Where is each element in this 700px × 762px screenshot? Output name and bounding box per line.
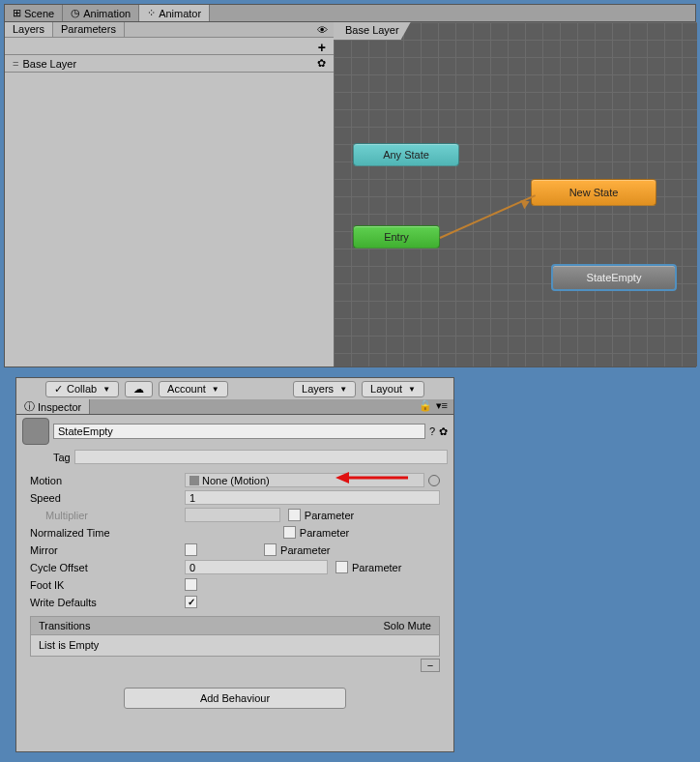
animator-panel: ⊞Scene ◷Animation ⁘Animator Layers Param… (4, 4, 696, 367)
transitions-header: Transitions Solo Mute (30, 616, 440, 635)
param-label: Parameter (352, 562, 401, 573)
cloud-button[interactable]: ☁ (125, 381, 153, 397)
breadcrumb[interactable]: Base Layer (334, 22, 411, 40)
eye-icon[interactable]: 👁 (317, 24, 328, 36)
node-entry[interactable]: Entry (353, 225, 440, 249)
add-layer-button[interactable]: + (318, 40, 326, 55)
param-label: Parameter (305, 510, 354, 521)
mirror-param-checkbox[interactable] (264, 543, 277, 556)
node-state-empty[interactable]: StateEmpty (551, 264, 677, 291)
tag-row: Tag (16, 448, 453, 466)
mirror-label: Mirror (30, 544, 185, 556)
add-layer-row: + (5, 38, 334, 55)
info-icon: ⓘ (24, 399, 35, 414)
lock-icon[interactable]: 🔒 (419, 399, 432, 412)
chevron-down-icon: ▼ (339, 385, 347, 394)
layers-button[interactable]: Layers▼ (293, 381, 356, 397)
object-picker-button[interactable] (428, 475, 440, 486)
account-button[interactable]: Account▼ (159, 381, 228, 397)
mirror-checkbox[interactable] (185, 543, 197, 556)
speed-label: Speed (30, 492, 185, 504)
multiplier-field (185, 508, 280, 522)
properties: Motion None (Motion) Speed Multiplier Pa… (16, 466, 453, 730)
help-icon[interactable]: ? (429, 425, 435, 437)
normalized-time-param-checkbox[interactable] (283, 526, 296, 539)
menu-icon[interactable]: ▾≡ (436, 399, 448, 412)
write-defaults-checkbox[interactable] (185, 596, 197, 608)
cycle-offset-field[interactable] (185, 560, 328, 574)
check-icon: ✓ (54, 383, 63, 396)
subtab-parameters[interactable]: Parameters (53, 22, 125, 37)
cycle-offset-label: Cycle Offset (30, 562, 185, 573)
chevron-down-icon: ▼ (212, 385, 219, 394)
cloud-icon: ☁ (133, 383, 144, 396)
multiplier-param-checkbox[interactable] (288, 509, 301, 521)
normalized-time-label: Normalized Time (30, 527, 185, 539)
animator-icon: ⁘ (147, 7, 156, 19)
motion-label: Motion (30, 475, 185, 486)
param-label: Parameter (300, 527, 349, 539)
layers-subtabs: Layers Parameters 👁 (5, 22, 334, 38)
grid-icon: ⊞ (13, 7, 21, 19)
node-new-state[interactable]: New State (531, 179, 656, 206)
inspector-panel: ✓Collab▼ ☁ Account▼ Layers▼ Layout▼ ⓘIns… (15, 377, 454, 752)
state-icon (22, 418, 49, 445)
gear-icon[interactable]: ✿ (317, 57, 326, 70)
chevron-down-icon: ▼ (408, 385, 416, 394)
param-label: Parameter (280, 544, 330, 556)
gear-icon[interactable]: ✿ (439, 425, 448, 438)
drag-handle-icon[interactable]: = (13, 58, 18, 70)
foot-ik-label: Foot IK (30, 579, 185, 591)
remove-transition-button[interactable]: − (421, 659, 440, 672)
animator-graph[interactable]: Base Layer Any State New State Entry Sta… (334, 22, 697, 366)
object-icon (190, 476, 199, 485)
chevron-down-icon: ▼ (102, 385, 110, 394)
state-name-field[interactable] (53, 424, 425, 439)
tab-animation[interactable]: ◷Animation (63, 5, 139, 21)
subtab-layers[interactable]: Layers (5, 22, 53, 37)
tag-field[interactable] (74, 450, 448, 464)
transitions-empty-text: List is Empty (39, 639, 99, 651)
transitions-list: List is Empty (30, 635, 440, 657)
main-tabs: ⊞Scene ◷Animation ⁘Animator (5, 5, 695, 22)
layout-button[interactable]: Layout▼ (362, 381, 424, 397)
motion-field[interactable]: None (Motion) (185, 473, 424, 487)
tag-label: Tag (53, 452, 71, 463)
clock-icon: ◷ (71, 7, 80, 19)
toolbar: ✓Collab▼ ☁ Account▼ Layers▼ Layout▼ (16, 378, 453, 399)
inspector-tabs: ⓘInspector 🔒 ▾≡ (16, 399, 453, 415)
layers-panel: Layers Parameters 👁 + =Base Layer ✿ (5, 22, 334, 366)
write-defaults-label: Write Defaults (30, 597, 185, 608)
inspector-header: ? ✿ (16, 415, 453, 448)
node-any-state[interactable]: Any State (353, 143, 459, 166)
tab-scene[interactable]: ⊞Scene (5, 5, 63, 21)
foot-ik-checkbox[interactable] (185, 578, 197, 591)
tab-animator[interactable]: ⁘Animator (139, 5, 210, 21)
speed-field[interactable] (185, 490, 440, 505)
multiplier-label: Multiplier (30, 510, 185, 521)
tab-inspector[interactable]: ⓘInspector (16, 399, 90, 414)
cycle-offset-param-checkbox[interactable] (335, 561, 348, 573)
add-behaviour-button[interactable]: Add Behaviour (124, 688, 346, 709)
layer-item-base[interactable]: =Base Layer ✿ (5, 55, 334, 73)
collab-button[interactable]: ✓Collab▼ (45, 381, 119, 397)
